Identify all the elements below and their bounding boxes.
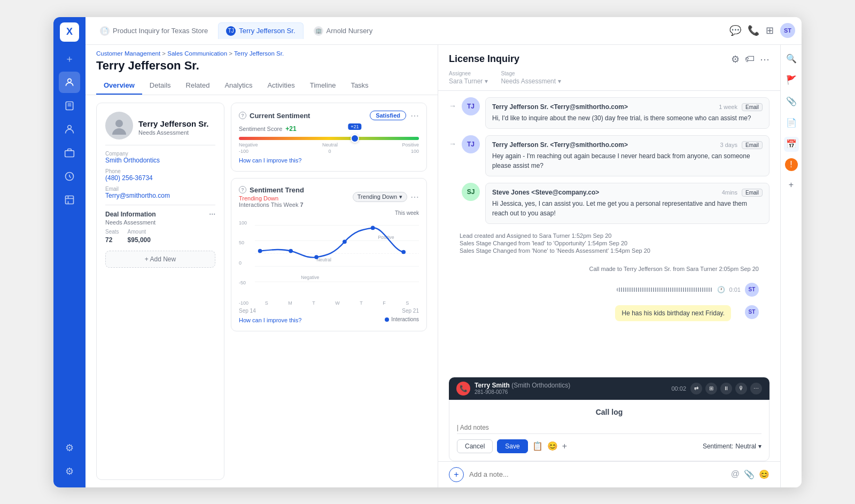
sidebar-item-settings-small[interactable]: ⚙ xyxy=(59,437,80,459)
user-avatar[interactable]: ST xyxy=(780,23,795,38)
attachment-icon[interactable]: 📎 xyxy=(744,469,755,479)
tab-product-inquiry[interactable]: 📄 Product Inquiry for Texas Store xyxy=(92,22,216,39)
calendar-rail-button[interactable]: 📅 xyxy=(784,137,799,152)
at-icon[interactable]: @ xyxy=(731,469,740,479)
msg-sender-1: Terry Jefferson Sr. <Terry@smithortho.co… xyxy=(492,103,628,111)
message-row: → TJ Terry Jefferson Sr. <Terry@smithort… xyxy=(449,97,770,129)
trending-down-badge[interactable]: Trending Down ▾ xyxy=(353,192,407,202)
deal-more-icon[interactable]: ⋯ xyxy=(209,211,215,218)
tab-details[interactable]: Details xyxy=(142,77,178,95)
note-input[interactable] xyxy=(469,470,726,478)
sidebar-item-badge[interactable] xyxy=(59,166,80,187)
top-actions: 💬 📞 ⊞ ST xyxy=(729,23,795,38)
assignee-value[interactable]: Sara Turner ▾ xyxy=(449,77,488,85)
call-log-title: Call log xyxy=(457,408,761,416)
sidebar-item-puzzle[interactable] xyxy=(59,189,80,211)
sidebar-item-add[interactable]: ＋ xyxy=(59,48,80,69)
chart-y-labels: 100500-50-100 xyxy=(239,220,254,306)
call-log-notes-input[interactable] xyxy=(457,422,761,434)
tab-timeline[interactable]: Timeline xyxy=(302,77,344,95)
sidebar-item-contacts[interactable] xyxy=(59,72,80,93)
company-link[interactable]: Smith Orthodontics xyxy=(105,157,160,164)
action-rail: 🔍 🚩 📎 📄 📅 ! + xyxy=(780,45,802,487)
clip-rail-button[interactable]: 📎 xyxy=(784,94,799,109)
sidebar-item-briefcase[interactable] xyxy=(59,142,80,164)
trend-status: Trending Down xyxy=(239,195,304,201)
stage-value[interactable]: Needs Assessment ▾ xyxy=(501,77,561,85)
more-icon[interactable]: ⋯ xyxy=(760,53,770,65)
trend-svg: Positive Neutral Negative xyxy=(255,220,419,287)
call-hold-icon[interactable]: ⏸ xyxy=(720,383,732,394)
call-keypad-icon[interactable]: ⊞ xyxy=(705,383,717,394)
svg-point-0 xyxy=(68,79,72,82)
audio-avatar: ST xyxy=(745,283,759,297)
svg-point-20 xyxy=(371,226,375,230)
msg-text-2: Hey again - I'm reaching out again becau… xyxy=(492,151,763,170)
msg-time-2: 3 days xyxy=(720,142,737,148)
notification-rail-button[interactable]: ! xyxy=(785,158,798,171)
tab-doc-icon: 📄 xyxy=(100,26,110,36)
note-input-row: + @ 📎 😊 xyxy=(438,461,780,487)
deal-section: Deal Information ⋯ Needs Assessment Seat… xyxy=(105,211,215,244)
msg-avatar-3: SJ xyxy=(462,183,480,201)
msg-type-1: Email xyxy=(742,103,763,111)
audio-row: 🕐 0:01 ST xyxy=(449,281,770,299)
contact-email-field: Email Terry@smithortho.com xyxy=(105,186,215,199)
svg-point-21 xyxy=(401,250,406,254)
phone-icon[interactable]: 📞 xyxy=(748,25,759,36)
deal-status: Needs Assessment xyxy=(105,219,215,226)
phone-link[interactable]: (480) 256-36734 xyxy=(105,174,153,182)
chat-icon[interactable]: 💬 xyxy=(729,25,741,36)
emoji-icon[interactable]: 😊 xyxy=(759,469,770,479)
cancel-button[interactable]: Cancel xyxy=(457,439,493,453)
tab-related[interactable]: Related xyxy=(178,77,217,95)
sentiment-select[interactable]: Sentiment: Neutral ▾ xyxy=(703,443,761,450)
logo: X xyxy=(60,22,79,42)
week-selector[interactable]: This week xyxy=(395,210,419,216)
contact-card: Terry Jefferson Sr. Needs Assessment Com… xyxy=(96,103,224,480)
sidebar-item-gear[interactable]: ⚙ xyxy=(59,461,80,482)
timeline-event-2: Sales Stage Changed from 'lead' to 'Oppo… xyxy=(460,240,759,246)
timeline-event-1: Lead created and Assigned to Sara Turner… xyxy=(460,232,759,239)
save-button[interactable]: Save xyxy=(497,439,527,453)
chart-footer: Sep 14 Sep 21 xyxy=(239,308,419,314)
doc-rail-button[interactable]: 📄 xyxy=(784,115,799,130)
svg-point-18 xyxy=(314,255,318,259)
email-link[interactable]: Terry@smithortho.com xyxy=(105,192,170,199)
call-end-button[interactable]: 📞 xyxy=(456,382,470,396)
messages-area: → TJ Terry Jefferson Sr. <Terry@smithort… xyxy=(438,91,780,377)
tab-overview[interactable]: Overview xyxy=(96,77,142,95)
tab-arnold-nursery[interactable]: 🏢 Arnold Nursery xyxy=(306,22,381,39)
message-3: Steve Jones <Steve@company.co> 4mins Ema… xyxy=(485,183,770,224)
tab-terry-jefferson[interactable]: TJ Terry Jefferson Sr. xyxy=(218,22,303,39)
call-transfer-icon[interactable]: ⇄ xyxy=(690,383,702,394)
add-rail-button[interactable]: + xyxy=(784,177,799,192)
call-mute-icon[interactable]: 🎙 xyxy=(735,383,747,394)
tab-analytics[interactable]: Analytics xyxy=(217,77,260,95)
tab-activities[interactable]: Activities xyxy=(260,77,302,95)
trend-more-icon[interactable]: ⋯ xyxy=(410,192,419,202)
search-rail-button[interactable]: 🔍 xyxy=(784,51,799,66)
license-title: License Inquiry xyxy=(449,53,519,65)
flag-rail-button[interactable]: 🚩 xyxy=(784,73,799,88)
tab-tasks[interactable]: Tasks xyxy=(343,77,376,95)
contact-status: Needs Assessment xyxy=(138,129,208,136)
note-actions: @ 📎 😊 xyxy=(731,469,770,479)
tag-icon[interactable]: 🏷 xyxy=(745,53,755,65)
settings-circle-icon[interactable]: ⚙ xyxy=(731,53,740,65)
plus-icon[interactable]: + xyxy=(562,441,567,451)
grid-icon[interactable]: ⊞ xyxy=(766,25,774,36)
add-note-button[interactable]: + xyxy=(449,467,464,482)
improve-link-sentiment[interactable]: How can I improve this? xyxy=(239,157,419,164)
improve-link-trend[interactable]: How can I improve this? xyxy=(239,317,301,323)
smiley-icon[interactable]: 😊 xyxy=(547,441,558,451)
add-new-button[interactable]: + Add New xyxy=(105,251,215,268)
sidebar-item-person[interactable] xyxy=(59,119,80,140)
notes-icon[interactable]: 📋 xyxy=(532,441,543,451)
svg-point-16 xyxy=(258,249,262,253)
sentiment-more-icon[interactable]: ⋯ xyxy=(410,111,419,121)
call-more-icon[interactable]: ⋯ xyxy=(750,383,762,394)
msg-text-1: Hi, I'd like to inquire about the new (3… xyxy=(492,113,763,123)
sidebar-item-docs[interactable] xyxy=(59,95,80,117)
msg-time-3: 4mins xyxy=(722,189,737,196)
